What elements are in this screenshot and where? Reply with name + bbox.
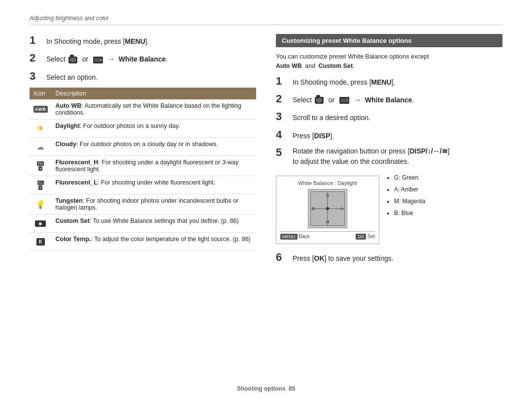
auto-wb-label: Auto WB bbox=[276, 62, 302, 69]
step-1: 1 In Shooting mode, press [MENU]. bbox=[30, 34, 256, 47]
right-step-num-4: 4 bbox=[276, 128, 290, 141]
menu-btn: MENU bbox=[280, 234, 298, 240]
desc-cell: Daylight: For outdoor photos on a sunny … bbox=[52, 120, 257, 138]
wb-grid-inner: G M B A bbox=[310, 191, 345, 226]
legend-item: M: Magenta bbox=[394, 195, 425, 207]
customize-header: Customizing preset White Balance options bbox=[276, 34, 502, 47]
table-row: ☀ Daylight: For outdoor photos on a sunn… bbox=[30, 120, 256, 138]
desc-bold: Cloudy bbox=[56, 141, 76, 148]
desc-cell: Fluorescent_L: For shooting under white … bbox=[52, 176, 257, 194]
breadcrumb-text: Adjusting brightness and color bbox=[30, 15, 109, 22]
desc-text: : For shooting indoor photos under incan… bbox=[56, 197, 239, 211]
footer-page: 85 bbox=[289, 385, 295, 392]
col-icon: Icon bbox=[30, 88, 52, 99]
wb-grid: G M B A bbox=[308, 189, 347, 228]
desc-text: : To use White Balance settings that you… bbox=[90, 217, 239, 224]
desc-cell: Fluorescent_H: For shooting under a dayl… bbox=[52, 156, 257, 176]
table-row: ☁ Cloudy: For outdoor photos on a cloudy… bbox=[30, 138, 256, 156]
wb-legend: G: GreenA: AmberM: MagentaB: Blue bbox=[387, 172, 425, 219]
main-content: 1 In Shooting mode, press [MENU]. 2 Sele… bbox=[30, 34, 502, 269]
desc-bold: Fluorescent_H bbox=[56, 159, 99, 166]
icon-cell: FL ≡ bbox=[30, 176, 52, 194]
legend-item: G: Green bbox=[394, 172, 425, 184]
table-header-row: Icon Description bbox=[30, 88, 256, 99]
right-step-3-text: Scroll to a desired option. bbox=[293, 113, 370, 123]
right-step-num-6: 6 bbox=[276, 251, 290, 264]
step-num-1: 1 bbox=[30, 34, 43, 47]
desc-bold: Tungsten bbox=[56, 197, 83, 204]
desc-text: : Automatically set the White Balance ba… bbox=[56, 102, 241, 116]
footer: Shooting options 85 bbox=[0, 385, 532, 392]
icon-cell: FH ≡ bbox=[30, 156, 52, 176]
step-3: 3 Select an option. bbox=[30, 70, 256, 83]
desc-bold: Daylight bbox=[56, 123, 80, 129]
breadcrumb: Adjusting brightness and color bbox=[30, 15, 502, 25]
table-row: FL ≡ Fluorescent_L: For shooting under w… bbox=[30, 176, 256, 194]
step-2-text: Select or → White Balance. bbox=[46, 54, 167, 64]
right-step-6: 6 Press [OK] to save your settings. bbox=[276, 251, 502, 264]
wb-grid-wrapper: G M B A bbox=[280, 189, 375, 228]
icon-cell: 💡 bbox=[30, 194, 52, 215]
table-row: K Color Temp.: To adjust the color tempe… bbox=[30, 233, 256, 251]
desc-cell: Color Temp.: To adjust the color tempera… bbox=[52, 233, 257, 251]
icon-cell: ☁ bbox=[30, 138, 52, 156]
right-step-num-5: 5 bbox=[276, 146, 290, 159]
diagram-section: White Balance : Daylight G M B A bbox=[276, 172, 502, 244]
wb-label-g: G bbox=[326, 193, 329, 198]
desc-cell: Custom Set: To use White Balance setting… bbox=[52, 215, 257, 233]
desc-bold: Custom Set bbox=[56, 217, 90, 224]
wb-cursor-dot bbox=[326, 207, 329, 210]
ok-btn: OK bbox=[356, 234, 366, 240]
footer-text: Shooting options bbox=[237, 385, 286, 392]
left-column: 1 In Shooting mode, press [MENU]. 2 Sele… bbox=[30, 34, 256, 269]
legend-item: B: Blue bbox=[394, 207, 425, 219]
wb-label-b: B bbox=[312, 206, 315, 211]
step-num-3: 3 bbox=[30, 70, 43, 83]
desc-text: : For outdoor photos on a sunny day. bbox=[80, 123, 180, 129]
legend-item: A: Amber bbox=[394, 184, 425, 195]
wb-label-a: A bbox=[340, 206, 343, 211]
wb-bottom-bar: MENU Back OK Set bbox=[280, 231, 375, 240]
table-row: FH ≡ Fluorescent_H: For shooting under a… bbox=[30, 156, 256, 176]
desc-cell: Tungsten: For shooting indoor photos und… bbox=[52, 194, 257, 215]
desc-bold: Fluorescent_L bbox=[56, 179, 98, 186]
camera-video-icon bbox=[93, 57, 103, 63]
right-step-1-text: In Shooting mode, press [MENU]. bbox=[293, 77, 396, 88]
step-1-text: In Shooting mode, press [MENU]. bbox=[46, 36, 149, 47]
desc-bold: Color Temp. bbox=[56, 236, 91, 243]
table-row: ▣ Custom Set: To use White Balance setti… bbox=[30, 215, 256, 233]
right-step-1: 1 In Shooting mode, press [MENU]. bbox=[276, 75, 502, 88]
right-step-num-1: 1 bbox=[276, 75, 290, 88]
icon-cell: ▣ bbox=[30, 215, 52, 233]
step-num-2: 2 bbox=[30, 52, 43, 64]
right-step-5-text: Rotate the navigation button or press [D… bbox=[293, 146, 450, 167]
desc-bold: Auto WB bbox=[56, 102, 82, 109]
step-2: 2 Select or → White Balance. bbox=[30, 52, 256, 64]
wb-diagram: White Balance : Daylight G M B A bbox=[276, 176, 379, 244]
page: Adjusting brightness and color 1 In Shoo… bbox=[0, 0, 532, 401]
wb-label-m: M bbox=[326, 219, 330, 224]
right-column: Customizing preset White Balance options… bbox=[276, 34, 502, 269]
right-step-4-text: Press [DISP]. bbox=[293, 131, 334, 141]
step-3-text: Select an option. bbox=[46, 72, 98, 83]
icon-cell: ☀ bbox=[30, 120, 52, 138]
custom-set-label: Custom Set bbox=[319, 62, 353, 69]
options-table: Icon Description AWB Auto WB: Automatica… bbox=[30, 88, 256, 251]
r-camera-video-icon bbox=[339, 97, 349, 104]
icon-cell: K bbox=[30, 233, 52, 251]
wb-diagram-title: White Balance : Daylight bbox=[280, 180, 375, 186]
right-step-num-2: 2 bbox=[276, 93, 290, 105]
right-step-5: 5 Rotate the navigation button or press … bbox=[276, 146, 502, 167]
table-row: AWB Auto WB: Automatically set the White… bbox=[30, 99, 256, 120]
right-step-3: 3 Scroll to a desired option. bbox=[276, 110, 502, 123]
right-step-6-text: Press [OK] to save your settings. bbox=[293, 253, 394, 264]
desc-text: : For outdoor photos on a cloudy day or … bbox=[76, 141, 218, 148]
desc-cell: Auto WB: Automatically set the White Bal… bbox=[52, 99, 257, 120]
right-step-2: 2 Select or → White Balance. bbox=[276, 93, 502, 105]
desc-cell: Cloudy: For outdoor photos on a cloudy d… bbox=[52, 138, 257, 156]
table-row: 💡 Tungsten: For shooting indoor photos u… bbox=[30, 194, 256, 215]
camera-photo-icon bbox=[68, 57, 77, 63]
right-step-4: 4 Press [DISP]. bbox=[276, 128, 502, 141]
desc-text: : For shooting under white fluorescent l… bbox=[98, 179, 215, 186]
right-step-num-3: 3 bbox=[276, 110, 290, 123]
